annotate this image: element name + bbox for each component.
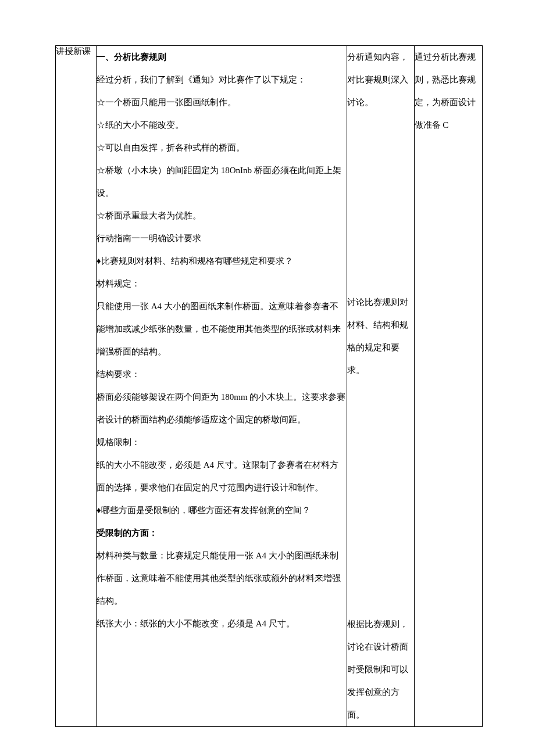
body-text: 纸张大小：纸张的大小不能改变，必须是 A4 尺寸。 (97, 612, 347, 635)
rule-text: 可以自由发挥，折各种式样的桥面。 (105, 143, 245, 152)
spacer (347, 114, 413, 291)
activity-text: 讨论比赛规则对材料、结构和规格的规定和要求。 (347, 291, 413, 382)
subheading: 材料规定： (97, 273, 347, 295)
rule-text: 桥墩（小木块）的间距固定为 18OnInb 桥面必须在此间距上架设。 (97, 166, 341, 198)
left-heading: 讲授新课 (56, 46, 91, 56)
activity-text: 根据比赛规则，讨论在设计桥面时受限制和可以发挥创意的方面。 (347, 613, 413, 726)
body-text: 只能使用一张 A4 大小的图画纸来制作桥面。这意味着参赛者不能增加或减少纸张的数… (97, 295, 347, 363)
middle-content: 一、分析比赛规则 经过分析，我们了解到《通知》对比赛作了以下规定： 一个桥面只能… (97, 46, 347, 635)
cell-student-activity: 分析通知内容，对比赛规则深入讨论。 讨论比赛规则对材料、结构和规格的规定和要求。… (347, 46, 414, 727)
section-heading: 一、分析比赛规则 (97, 46, 347, 69)
page: 讲授新课 一、分析比赛规则 经过分析，我们了解到《通知》对比赛作了以下规定： 一… (0, 0, 535, 756)
lesson-table: 讲授新课 一、分析比赛规则 经过分析，我们了解到《通知》对比赛作了以下规定： 一… (55, 45, 483, 727)
rule-text: 桥面承重最大者为优胜。 (105, 211, 201, 220)
subheading: 结构要求： (97, 363, 347, 386)
question-item: 比赛规则对材料、结构和规格有哪些规定和要求？ (97, 250, 347, 273)
question-item: 哪些方面是受限制的，哪些方面还有发挥创意的空间？ (97, 499, 347, 522)
intro-text: 经过分析，我们了解到《通知》对比赛作了以下规定： (97, 69, 347, 91)
body-text: 桥面必须能够架设在两个间距为 180mm 的小木块上。这要求参赛者设计的桥面结构… (97, 386, 347, 431)
rule-item: 纸的大小不能改变。 (97, 114, 347, 137)
rule-item: 桥面承重最大者为优胜。 (97, 205, 347, 227)
cell-middle: 一、分析比赛规则 经过分析，我们了解到《通知》对比赛作了以下规定： 一个桥面只能… (97, 46, 347, 727)
body-text: 材料种类与数量：比赛规定只能使用一张 A4 大小的图画纸来制作桥面，这意味着不能… (97, 544, 347, 612)
spacer (347, 382, 413, 613)
rule-item: 桥墩（小木块）的间距固定为 18OnInb 桥面必须在此间距上架设。 (97, 159, 347, 205)
cell-design-intent: 通过分析比赛规则，熟悉比赛规定，为桥面设计做准备 C (414, 46, 482, 727)
rule-item: 可以自由发挥，折各种式样的桥面。 (97, 137, 347, 159)
rule-text: 一个桥面只能用一张图画纸制作。 (105, 98, 236, 107)
rule-item: 一个桥面只能用一张图画纸制作。 (97, 91, 347, 114)
table-row: 讲授新课 一、分析比赛规则 经过分析，我们了解到《通知》对比赛作了以下规定： 一… (56, 46, 483, 727)
cell-left: 讲授新课 (56, 46, 97, 727)
rule-text: 纸的大小不能改变。 (105, 120, 184, 130)
body-text: 纸的大小不能改变，必须是 A4 尺寸。这限制了参赛者在材料方面的选择，要求他们在… (97, 454, 347, 499)
subheading: 规格限制： (97, 431, 347, 454)
question-text: 哪些方面是受限制的，哪些方面还有发挥创意的空间？ (101, 506, 311, 515)
intent-text: 通过分析比赛规则，熟悉比赛规定，为桥面设计做准备 C (415, 46, 482, 137)
activity-text: 分析通知内容，对比赛规则深入讨论。 (347, 46, 413, 114)
action-guide: 行动指南一一明确设计要求 (97, 227, 347, 250)
subheading-bold: 受限制的方面： (97, 522, 347, 544)
question-text: 比赛规则对材料、结构和规格有哪些规定和要求？ (101, 256, 293, 266)
